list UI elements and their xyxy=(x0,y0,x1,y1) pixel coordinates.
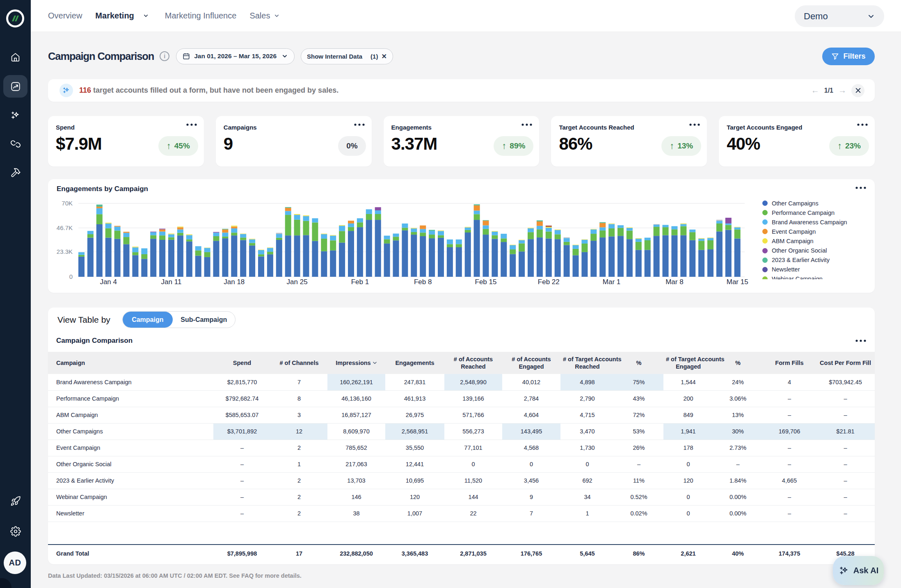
svg-text:Jan 18: Jan 18 xyxy=(224,278,245,286)
svg-text:Mar 8: Mar 8 xyxy=(665,278,683,286)
svg-text:Jan 4: Jan 4 xyxy=(100,278,117,286)
svg-text:Feb 22: Feb 22 xyxy=(538,278,560,286)
svg-text:Jan 11: Jan 11 xyxy=(161,278,182,286)
svg-text:23.3K: 23.3K xyxy=(57,248,73,255)
svg-text:70K: 70K xyxy=(62,200,73,207)
svg-text:Mar 1: Mar 1 xyxy=(603,278,620,286)
svg-text:Feb 15: Feb 15 xyxy=(475,278,497,286)
svg-text:Feb 8: Feb 8 xyxy=(414,278,432,286)
svg-text:Mar 15: Mar 15 xyxy=(727,278,748,286)
svg-text:Jan 25: Jan 25 xyxy=(287,278,308,286)
svg-text:Feb 1: Feb 1 xyxy=(351,278,369,286)
svg-text:46.7K: 46.7K xyxy=(57,224,73,231)
svg-text:0: 0 xyxy=(69,273,73,280)
